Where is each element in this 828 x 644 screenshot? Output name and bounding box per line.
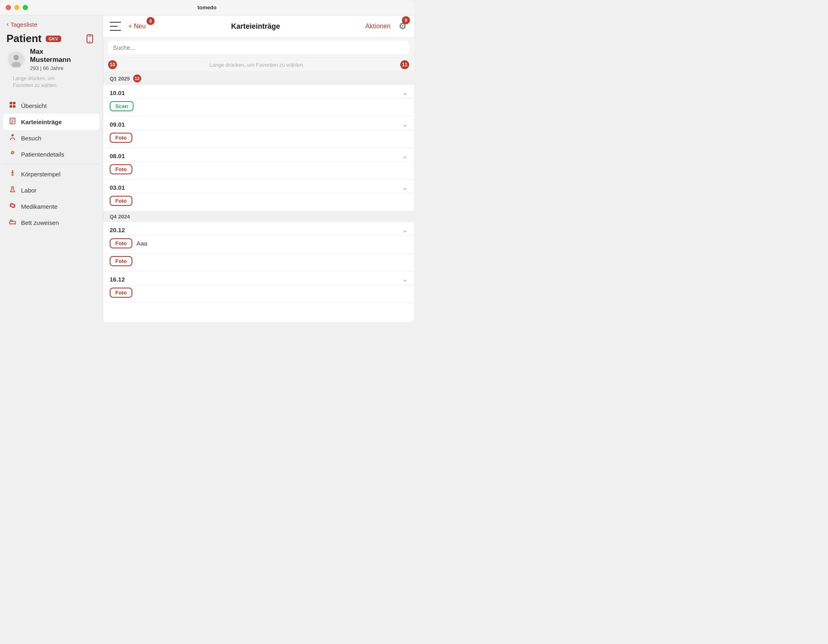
app-container: ‹ Tagesliste Patient GKV (0, 15, 414, 322)
patient-name-line1: MaxMustermann (30, 48, 71, 64)
sidebar-item-besuch[interactable]: Besuch (3, 130, 100, 146)
sidebar-item-medikamente[interactable]: Medikamente (3, 198, 100, 214)
chevron-down-icon-10-01: ⌄ (402, 89, 408, 97)
bett-zuweisen-label: Bett zuweisen (21, 219, 59, 226)
quarter-label-q1-2025: Q1 2025 (110, 76, 130, 82)
entry-text-20-12-aaa: Aaa (136, 240, 147, 247)
filter-hint: Lange drücken, um Favoriten zu wählen. (120, 62, 394, 68)
date-row-16-12[interactable]: 16.12 ⌄ (103, 271, 414, 285)
medikamente-icon (8, 202, 17, 211)
date-label-09-01: 09.01 (110, 121, 125, 128)
date-group-10-01: 10.01 ⌄ Scan (103, 85, 414, 117)
bett-zuweisen-icon (8, 218, 17, 227)
patientendetails-icon (8, 150, 17, 159)
uebersicht-icon (8, 101, 17, 110)
karteieintrage-icon (8, 117, 17, 126)
gkv-badge: GKV (46, 36, 61, 42)
filter-hint-badge: 11 (400, 60, 409, 69)
svg-rect-9 (13, 105, 15, 108)
date-group-20-12: 20.12 ⌄ Foto Aaa Foto (103, 222, 414, 271)
sidebar-nav: Übersicht Karteieinträge Besuch (0, 96, 103, 234)
svg-point-1 (89, 41, 90, 42)
titlebar: tomedo (0, 0, 414, 15)
sidebar-item-patientendetails[interactable]: Patientendetails (3, 146, 100, 162)
date-group-03-01: 03.01 ⌄ Foto (103, 180, 414, 211)
svg-rect-8 (10, 105, 12, 108)
svg-line-21 (13, 175, 14, 176)
foto-tag-button-08-01[interactable]: Foto (110, 164, 132, 174)
close-button[interactable] (6, 5, 11, 10)
svg-rect-25 (10, 221, 15, 224)
besuch-label: Besuch (21, 135, 41, 142)
entry-row-20-12-foto-2: Foto (103, 254, 414, 271)
back-nav-label: Tagesliste (11, 21, 38, 28)
sidebar-item-karteieintrage[interactable]: Karteieinträge (3, 114, 100, 130)
korperstempel-label: Körperstempel (21, 171, 61, 178)
svg-point-4 (13, 55, 19, 60)
records-scroll[interactable]: Q1 2025 12 10.01 ⌄ Scan 09.01 ⌄ (103, 72, 414, 322)
chevron-down-icon-16-12: ⌄ (402, 275, 408, 283)
svg-point-17 (12, 170, 13, 172)
chevron-down-icon-03-01: ⌄ (402, 184, 408, 191)
sidebar-item-korperstempel[interactable]: Körperstempel (3, 166, 100, 182)
date-group-09-01: 09.01 ⌄ Foto (103, 117, 414, 148)
entry-row-09-01-foto: Foto (103, 130, 414, 148)
back-nav[interactable]: ‹ Tagesliste (6, 20, 96, 28)
labor-icon (8, 186, 17, 195)
aktionen-button[interactable]: Aktionen (362, 21, 394, 32)
svg-rect-6 (10, 102, 12, 104)
sidebar: ‹ Tagesliste Patient GKV (0, 15, 103, 322)
date-row-10-01[interactable]: 10.01 ⌄ (103, 85, 414, 99)
sidebar-toggle-button[interactable] (110, 22, 121, 31)
entry-row-16-12-foto: Foto (103, 285, 414, 303)
maximize-button[interactable] (23, 5, 28, 10)
neu-button[interactable]: + Neu (125, 21, 149, 32)
window-controls (6, 5, 28, 10)
date-row-09-01[interactable]: 09.01 ⌄ (103, 117, 414, 130)
chevron-down-icon-09-01: ⌄ (402, 121, 408, 128)
foto-tag-button-20-12-2[interactable]: Foto (110, 256, 132, 266)
svg-point-14 (11, 134, 13, 136)
date-label-08-01: 08.01 (110, 153, 125, 159)
nav-section-main: Übersicht Karteieinträge Besuch (3, 97, 100, 162)
search-bar-wrap (103, 38, 414, 58)
scan-tag-button[interactable]: Scan (110, 101, 134, 111)
patient-sub: 293 | 66 Jahre (30, 65, 71, 71)
karteieintrage-label: Karteieinträge (21, 119, 62, 125)
date-group-16-12: 16.12 ⌄ Foto (103, 271, 414, 303)
foto-tag-button-09-01[interactable]: Foto (110, 133, 132, 143)
quarter-header-q4-2024: Q4 2024 (103, 211, 414, 222)
entry-row-03-01-foto: Foto (103, 193, 414, 211)
patient-fav-hint: Lange drücken, umFavoriten zu wählen. (13, 75, 90, 89)
sidebar-item-labor[interactable]: Labor (3, 182, 100, 198)
topbar-right: Aktionen ⚙ 9 (362, 20, 408, 32)
foto-tag-button-16-12[interactable]: Foto (110, 288, 132, 298)
foto-tag-button-03-01[interactable]: Foto (110, 196, 132, 206)
foto-tag-button-20-12-1[interactable]: Foto (110, 238, 132, 248)
topright-badge: 9 (402, 16, 410, 24)
quarter-label-q4-2024: Q4 2024 (110, 214, 130, 220)
svg-point-24 (10, 203, 15, 208)
chevron-down-icon-20-12: ⌄ (402, 226, 408, 234)
phone-icon[interactable] (83, 32, 96, 45)
korperstempel-icon (8, 169, 17, 178)
sidebar-item-uebersicht[interactable]: Übersicht (3, 97, 100, 114)
entry-row-08-01-foto: Foto (103, 162, 414, 180)
neu-button-wrap: + Neu 8 (125, 21, 149, 32)
quarter-header-q1-2025: Q1 2025 12 (103, 72, 414, 85)
chevron-down-icon-08-01: ⌄ (402, 152, 408, 160)
date-group-08-01: 08.01 ⌄ Foto (103, 148, 414, 180)
search-input[interactable] (108, 41, 409, 54)
date-row-08-01[interactable]: 08.01 ⌄ (103, 148, 414, 162)
topbar: + Neu 8 Karteieinträge Aktionen ⚙ 9 (103, 15, 414, 38)
date-row-03-01[interactable]: 03.01 ⌄ (103, 180, 414, 193)
patient-title: Patient (6, 32, 42, 45)
sidebar-item-bett-zuweisen[interactable]: Bett zuweisen (3, 214, 100, 231)
date-label-16-12: 16.12 (110, 276, 125, 283)
minimize-button[interactable] (14, 5, 19, 10)
date-row-20-12[interactable]: 20.12 ⌄ (103, 222, 414, 236)
patientendetails-label: Patientendetails (21, 151, 64, 158)
patient-info-row: MaxMustermann 293 | 66 Jahre (6, 48, 96, 71)
filter-badge: 10 (108, 60, 117, 69)
topbar-left: + Neu 8 (110, 21, 149, 32)
